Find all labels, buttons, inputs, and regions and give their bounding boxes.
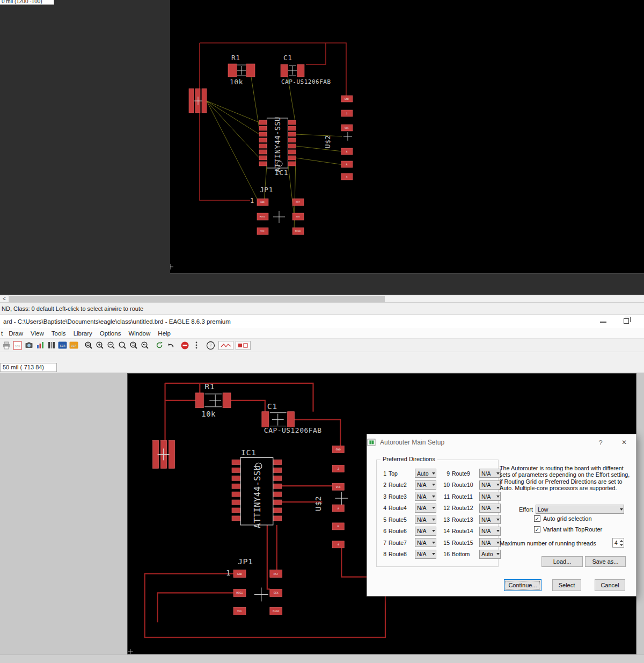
save-as-button[interactable]: Save as... <box>585 556 626 567</box>
layer-5-direction-select[interactable]: N/A <box>415 515 436 524</box>
layer-4-direction-select[interactable]: N/A <box>415 504 436 513</box>
u2-name-label: U$2 <box>324 135 332 149</box>
dialog-title-bar[interactable]: Autorouter Main Setup ? ✕ <box>367 434 636 450</box>
zoom-in-icon[interactable] <box>94 340 105 351</box>
jp1-name-label: JP1 <box>260 186 273 194</box>
ratsnest-button[interactable] <box>218 341 233 350</box>
layer-6-direction-select[interactable]: N/A <box>415 527 436 536</box>
component-left-connector[interactable] <box>153 441 175 469</box>
load-button[interactable]: Load... <box>541 556 583 567</box>
zoom-select-icon[interactable] <box>128 340 139 351</box>
window-title-bar[interactable]: ard - C:\Users\Baptiste\Documents\eagle\… <box>0 315 644 328</box>
svg-text:SCK: SCK <box>296 215 300 218</box>
drc-button[interactable] <box>236 341 251 350</box>
ulp-icon[interactable]: ULP <box>68 340 79 351</box>
layer-10-direction-select[interactable]: N/A <box>479 480 501 490</box>
layer-16-direction-select[interactable]: Auto <box>479 550 501 559</box>
select-button[interactable]: Select <box>552 579 581 591</box>
dialog-help-button[interactable]: ? <box>595 436 606 448</box>
layer-13-direction-select[interactable]: N/A <box>479 515 501 524</box>
cancel-button[interactable]: Cancel <box>595 579 625 591</box>
menu-item-draw[interactable]: Draw <box>5 328 27 338</box>
help-icon[interactable]: ? <box>205 340 216 351</box>
svg-text:GND: GND <box>336 448 341 451</box>
threads-spinner[interactable]: 4 <box>612 538 624 548</box>
ic1-name-label: IC1 <box>275 169 288 177</box>
layer-8-direction-select[interactable]: N/A <box>415 550 436 559</box>
effort-label: Effort <box>500 506 533 513</box>
component-jp1[interactable]: JP1 1 GND RST MOSI SCK VCC MISO <box>250 186 304 235</box>
menu-item-tools[interactable]: Tools <box>48 328 70 338</box>
component-r1[interactable]: R1 10k <box>228 54 255 86</box>
layer-11-direction-select[interactable]: N/A <box>479 492 501 501</box>
menu-item-help[interactable]: Help <box>154 328 174 338</box>
horizontal-scrollbar[interactable]: < <box>0 295 644 302</box>
status-text: ND, Class: 0 default Left-click to selec… <box>2 305 143 312</box>
coordinate-row: 50 mil (-713 84) <box>0 363 644 373</box>
chevron-down-icon <box>495 550 500 558</box>
scrollbar-thumb[interactable] <box>9 296 385 302</box>
menu-item-window[interactable]: Window <box>125 328 154 338</box>
dialog-title: Autorouter Main Setup <box>380 439 444 446</box>
chevron-down-icon <box>495 492 500 500</box>
component-c1[interactable]: C1 CAP-US1206FAB <box>281 54 331 85</box>
component-ic1[interactable]: IC1 ATTINY44-SSU <box>232 448 282 528</box>
layer-9-direction-select[interactable]: N/A <box>479 469 501 478</box>
undo-icon[interactable] <box>165 340 176 351</box>
board-canvas-top[interactable]: R1 10k C1 CAP-US1206FAB <box>170 0 644 274</box>
layers-icon[interactable] <box>46 340 57 351</box>
svg-text:RST: RST <box>274 572 279 575</box>
layer-15-direction-select[interactable]: N/A <box>479 538 501 547</box>
spinner-up-icon <box>619 538 624 543</box>
menu-item-options[interactable]: Options <box>96 328 125 338</box>
refresh-icon[interactable] <box>153 340 165 351</box>
menu-item-edit-partial[interactable]: t <box>0 328 5 338</box>
r1-value-label: 10k <box>230 78 243 86</box>
layer-7-direction-select[interactable]: N/A <box>415 538 436 547</box>
print-icon[interactable] <box>1 340 12 351</box>
layer-1-direction-select[interactable]: Auto <box>415 469 436 478</box>
schematic-icon[interactable]: SCH <box>12 340 23 351</box>
layer-12-direction-select[interactable]: N/A <box>479 504 501 513</box>
layer-2-direction-select[interactable]: N/A <box>415 480 436 490</box>
menu-item-view[interactable]: View <box>27 328 48 338</box>
stop-icon[interactable] <box>179 340 191 351</box>
zoom-previous-icon[interactable] <box>139 340 150 351</box>
svg-text:2: 2 <box>338 467 339 470</box>
effort-select[interactable]: Low <box>536 505 624 514</box>
coordinate-display-top: 0 mil (1200 -100) <box>0 0 54 5</box>
layer-14-direction-select[interactable]: N/A <box>479 527 501 536</box>
c1-value-label: CAP-US1206FAB <box>281 78 331 85</box>
group-title: Preferred Directions <box>380 456 437 462</box>
menu-item-library[interactable]: Library <box>70 328 96 338</box>
parameter-toolbar <box>0 352 644 363</box>
svg-text:GND: GND <box>345 98 349 100</box>
scroll-left-button[interactable]: < <box>0 295 9 303</box>
chart-icon[interactable] <box>34 340 46 351</box>
continue-button[interactable]: Continue... <box>504 579 541 591</box>
toprouter-variant-checkbox[interactable]: ✓ <box>534 526 540 533</box>
zoom-out-icon[interactable] <box>105 340 116 351</box>
component-u2[interactable]: U$2 GND 2 VCC A R 4 <box>313 446 348 548</box>
component-r1[interactable]: R1 10k <box>195 382 231 418</box>
layer-3-direction-select[interactable]: N/A <box>415 492 436 501</box>
minimize-button[interactable] <box>600 322 606 323</box>
auto-grid-checkbox[interactable]: ✓ <box>534 515 540 522</box>
more-options-icon[interactable] <box>191 340 202 351</box>
dialog-close-button[interactable]: ✕ <box>617 436 631 448</box>
autorouter-dialog: Autorouter Main Setup ? ✕ Preferred Dire… <box>367 434 636 596</box>
camera-icon[interactable] <box>23 340 34 351</box>
scr-icon[interactable]: SCR <box>57 340 68 351</box>
component-u2[interactable]: U$2 GND 2 VCC A R 4 <box>324 96 353 180</box>
r1-value-label: 10k <box>201 410 216 418</box>
component-ic1[interactable]: ATTINY44-SSU IC1 <box>259 116 296 177</box>
component-left-connector[interactable] <box>189 89 207 113</box>
zoom-redraw-icon[interactable] <box>116 340 128 351</box>
status-bar: ND, Class: 0 default Left-click to selec… <box>0 302 644 315</box>
component-jp1[interactable]: JP1 1 GND RST MOSI SCK VCC MISO <box>226 557 282 615</box>
svg-text:SCH: SCH <box>15 344 20 347</box>
origin-marker <box>170 264 173 269</box>
maximize-button[interactable] <box>624 318 629 324</box>
zoom-fit-icon[interactable] <box>83 340 94 351</box>
svg-text:4: 4 <box>346 176 348 178</box>
